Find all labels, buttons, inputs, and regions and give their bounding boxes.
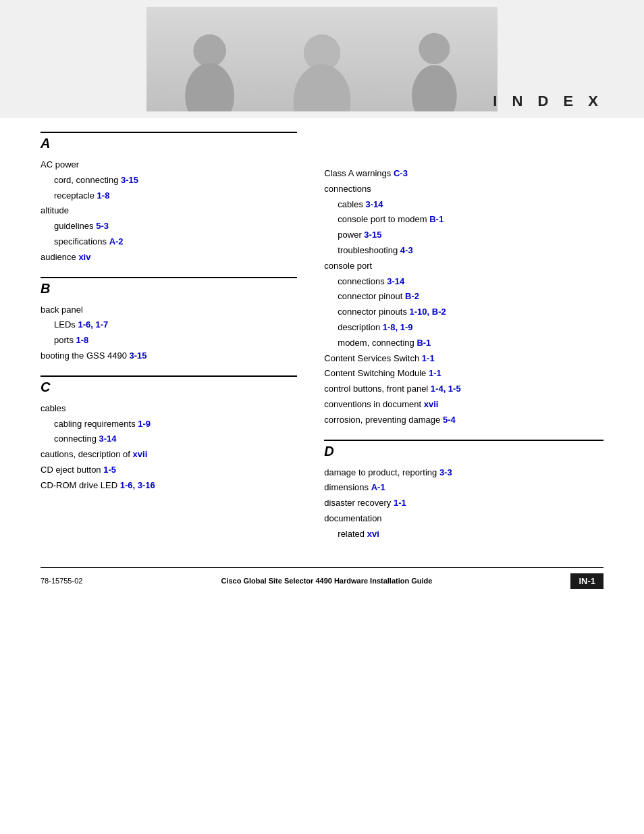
entry-cdrom-led-text: CD-ROM drive LED bbox=[41, 480, 120, 490]
entry-leds: LEDs 1-6, 1-7 bbox=[41, 318, 297, 332]
link-connecting-cables[interactable]: 3-14 bbox=[99, 434, 117, 444]
banner-people-silhouette bbox=[146, 7, 498, 111]
link-modem-connecting[interactable]: B-1 bbox=[417, 338, 431, 348]
entry-cabling-req: cabling requirements 1-9 bbox=[41, 417, 297, 432]
entry-booting: booting the GSS 4490 3-15 bbox=[41, 349, 297, 363]
entry-ac-power-text: AC power bbox=[41, 159, 79, 170]
link-description[interactable]: 1-8, 1-9 bbox=[383, 322, 413, 332]
entry-cables-conn-text: cables bbox=[338, 199, 365, 209]
entry-ports-text: ports bbox=[54, 335, 76, 345]
entry-power-conn: power 3-15 bbox=[324, 228, 603, 242]
entry-documentation: documentation bbox=[324, 512, 603, 526]
link-booting[interactable]: 3-15 bbox=[130, 350, 147, 361]
entry-leds-text: LEDs bbox=[54, 319, 78, 330]
link-cd-eject[interactable]: 1-5 bbox=[103, 465, 116, 475]
link-csm[interactable]: 1-1 bbox=[429, 368, 441, 378]
link-console-connections[interactable]: 3-14 bbox=[387, 276, 404, 286]
link-guidelines[interactable]: 5-3 bbox=[96, 221, 109, 231]
entry-cables: cables bbox=[41, 402, 297, 416]
entry-cautions-text: cautions, description of bbox=[41, 449, 133, 459]
link-damage[interactable]: 3-3 bbox=[439, 467, 452, 477]
entry-connecting-cables-text: connecting bbox=[54, 434, 99, 444]
entry-cdrom-led: CD-ROM drive LED 1-6, 3-16 bbox=[41, 479, 297, 493]
right-column: Class A warnings C-3 connections cables … bbox=[311, 132, 603, 554]
link-ports[interactable]: 1-8 bbox=[76, 335, 89, 345]
footer-page: IN-1 bbox=[570, 573, 603, 589]
link-console-modem[interactable]: B-1 bbox=[429, 214, 444, 224]
entry-cables-conn: cables 3-14 bbox=[324, 198, 603, 212]
entry-damage: damage to product, reporting 3-3 bbox=[324, 466, 603, 480]
entry-css-text: Content Services Switch bbox=[324, 353, 422, 363]
section-C-header: C bbox=[41, 375, 297, 395]
link-cdrom-led[interactable]: 1-6, 3-16 bbox=[120, 480, 155, 490]
entry-conventions-text: conventions in document bbox=[324, 399, 423, 409]
entry-description-text: description bbox=[338, 322, 382, 332]
entry-control-buttons: control buttons, front panel 1-4, 1-5 bbox=[324, 382, 603, 396]
link-cautions[interactable]: xvii bbox=[133, 449, 148, 459]
entry-class-a-text: Class A warnings bbox=[324, 168, 394, 178]
entry-cord-connecting: cord, connecting 3-15 bbox=[41, 174, 297, 188]
entry-troubleshooting-conn: troubleshooting 4-3 bbox=[324, 244, 603, 258]
entry-receptacle: receptacle 1-8 bbox=[41, 189, 297, 203]
section-A-letter: A bbox=[41, 136, 50, 151]
link-conventions[interactable]: xvii bbox=[424, 399, 439, 409]
link-receptacle[interactable]: 1-8 bbox=[97, 190, 110, 201]
section-D: D damage to product, reporting 3-3 dimen… bbox=[324, 440, 603, 542]
left-column: A AC power cord, connecting 3-15 recepta… bbox=[41, 132, 311, 554]
entry-cord-connecting-text: cord, connecting bbox=[54, 175, 121, 185]
link-troubleshooting-conn[interactable]: 4-3 bbox=[400, 245, 413, 255]
entry-corrosion-text: corrosion, preventing damage bbox=[324, 415, 443, 425]
entry-console-port-text: console port bbox=[324, 261, 372, 271]
link-connector-pinouts[interactable]: 1-10, B-2 bbox=[410, 307, 446, 317]
footer-title: Cisco Global Site Selector 4490 Hardware… bbox=[82, 577, 570, 585]
entry-specifications: specifications A-2 bbox=[41, 235, 297, 249]
link-corrosion[interactable]: 5-4 bbox=[443, 415, 456, 425]
link-leds[interactable]: 1-6, 1-7 bbox=[78, 319, 108, 330]
entry-conventions: conventions in document xvii bbox=[324, 398, 603, 412]
link-power-conn[interactable]: 3-15 bbox=[364, 230, 381, 240]
entry-connecting-cables: connecting 3-14 bbox=[41, 432, 297, 446]
link-related[interactable]: xvi bbox=[367, 529, 379, 539]
link-connector-pinout[interactable]: B-2 bbox=[405, 291, 419, 301]
entry-guidelines-text: guidelines bbox=[54, 221, 96, 231]
link-cord-connecting[interactable]: 3-15 bbox=[121, 175, 138, 185]
link-class-a[interactable]: C-3 bbox=[394, 168, 408, 178]
entry-connector-pinout-text: connector pinout bbox=[338, 291, 405, 301]
entry-cd-eject-text: CD eject button bbox=[41, 465, 103, 475]
link-cabling-req[interactable]: 1-9 bbox=[138, 419, 151, 429]
entry-modem-connecting-text: modem, connecting bbox=[338, 338, 417, 348]
entry-content-services-switch: Content Services Switch 1-1 bbox=[324, 352, 603, 366]
entry-csm-text: Content Switching Module bbox=[324, 368, 429, 378]
section-B-letter: B bbox=[41, 281, 50, 296]
entry-back-panel: back panel bbox=[41, 303, 297, 317]
section-B: B back panel LEDs 1-6, 1-7 ports 1-8 boo… bbox=[41, 277, 297, 363]
entry-disaster-recovery: disaster recovery 1-1 bbox=[324, 496, 603, 511]
entry-modem-connecting: modem, connecting B-1 bbox=[324, 336, 603, 350]
entry-cabling-req-text: cabling requirements bbox=[54, 419, 138, 429]
entry-ac-power: AC power bbox=[41, 158, 297, 172]
entry-console-modem-text: console port to modem bbox=[338, 214, 429, 224]
entry-connector-pinouts: connector pinouts 1-10, B-2 bbox=[324, 305, 603, 319]
entry-ports: ports 1-8 bbox=[41, 334, 297, 348]
link-css[interactable]: 1-1 bbox=[422, 353, 435, 363]
entry-documentation-text: documentation bbox=[324, 513, 381, 523]
link-disaster-recovery[interactable]: 1-1 bbox=[394, 498, 406, 508]
entry-altitude-text: altitude bbox=[41, 205, 69, 215]
link-cables-conn[interactable]: 3-14 bbox=[366, 199, 383, 209]
entry-console-port: console port bbox=[324, 259, 603, 273]
entry-description: description 1-8, 1-9 bbox=[324, 321, 603, 335]
entry-corrosion: corrosion, preventing damage 5-4 bbox=[324, 413, 603, 427]
link-dimensions[interactable]: A-1 bbox=[371, 482, 385, 492]
entry-specifications-text: specifications bbox=[54, 236, 109, 246]
link-control-buttons[interactable]: 1-4, 1-5 bbox=[431, 384, 461, 394]
link-audience[interactable]: xiv bbox=[78, 252, 90, 262]
entry-control-buttons-text: control buttons, front panel bbox=[324, 384, 431, 394]
footer: 78-15755-02 Cisco Global Site Selector 4… bbox=[41, 567, 603, 594]
entry-receptacle-text: receptacle bbox=[54, 190, 97, 201]
main-content: A AC power cord, connecting 3-15 recepta… bbox=[0, 118, 644, 567]
link-specifications[interactable]: A-2 bbox=[109, 236, 124, 246]
entry-dimensions-text: dimensions bbox=[324, 482, 371, 492]
entry-booting-text: booting the GSS 4490 bbox=[41, 350, 130, 361]
section-A-header: A bbox=[41, 132, 297, 151]
entry-related-text: related bbox=[338, 529, 367, 539]
